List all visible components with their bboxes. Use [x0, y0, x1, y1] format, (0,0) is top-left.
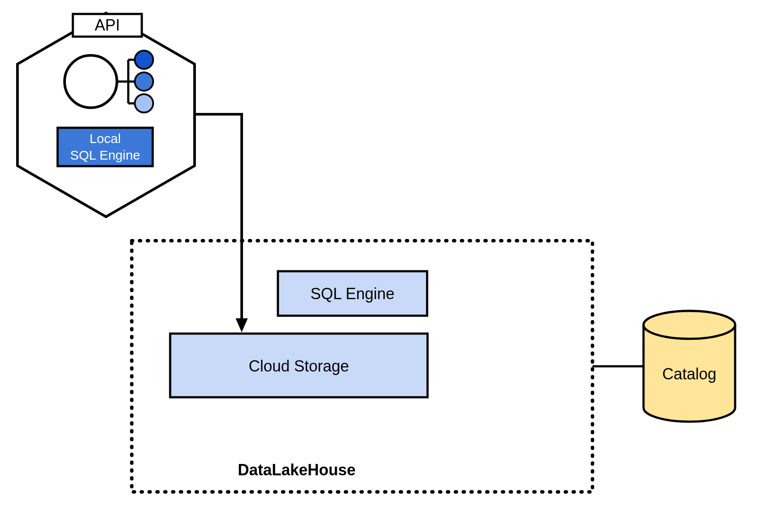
sql-engine-label: SQL Engine	[311, 285, 395, 303]
architecture-diagram: DataLakeHouse SQL Engine Cloud Storage C…	[0, 0, 760, 532]
svg-point-5	[135, 94, 153, 113]
large-circle-icon	[65, 55, 117, 108]
local-sql-line2: SQL Engine	[70, 148, 140, 162]
local-sql-line1: Local	[89, 131, 121, 146]
svg-point-4	[135, 72, 153, 91]
svg-point-3	[135, 51, 153, 69]
svg-marker-1	[236, 318, 248, 332]
svg-point-0	[644, 311, 735, 339]
datalakehouse-title: DataLakeHouse	[238, 461, 356, 479]
hexagon-node: API Local SQL Engine	[17, 13, 195, 217]
arrow-hexagon-to-storage	[195, 114, 248, 332]
catalog-label: Catalog	[662, 365, 716, 383]
svg-marker-2	[17, 13, 195, 217]
api-label: API	[95, 16, 120, 34]
cloud-storage-label: Cloud Storage	[249, 357, 349, 375]
catalog-cylinder: Catalog	[644, 311, 735, 422]
